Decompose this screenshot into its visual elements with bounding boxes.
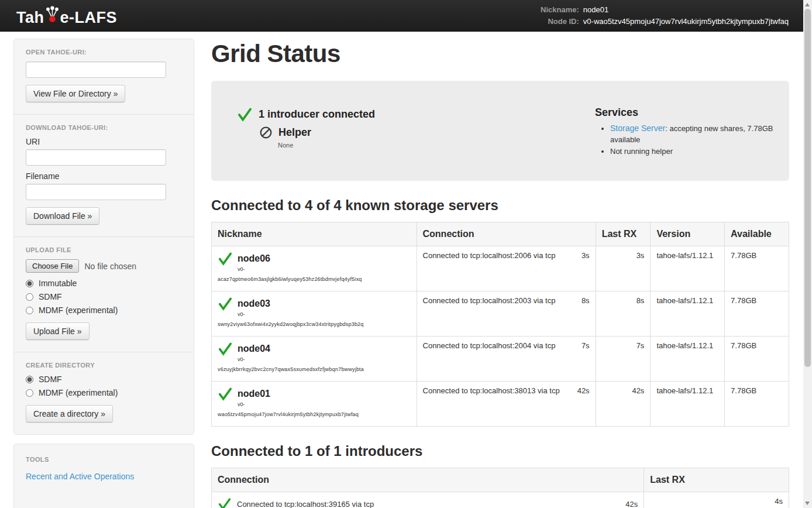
connected-check-icon	[218, 386, 233, 401]
radio-immutable[interactable]	[26, 280, 33, 287]
server-id-prefix: v0-	[238, 311, 411, 317]
page-scrollbar[interactable]	[803, 0, 812, 508]
upload-format-mdmf[interactable]: MDMF (experimental)	[26, 306, 182, 315]
table-row: node01 v0- wao5tzv45pmoju47jow7rvl4ukirj…	[212, 382, 789, 427]
server-connection-age: 7s	[582, 341, 590, 350]
col-header-connection: Connection	[417, 222, 596, 246]
server-nickname: node01	[238, 389, 270, 399]
scrollbar-down-arrow-icon[interactable]	[805, 502, 810, 505]
storage-servers-table: Nickname Connection Last RX Version Avai…	[211, 222, 789, 427]
sidebar: OPEN TAHOE-URI: View File or Directory »…	[13, 39, 194, 508]
tools-panel: TOOLS Recent and Active Operations	[13, 444, 194, 508]
server-connection: Connected to tcp:localhost:2003 via tcp	[423, 296, 556, 305]
server-version: tahoe-lafs/1.12.1	[651, 246, 725, 291]
mkdir-format-mdmf[interactable]: MDMF (experimental)	[26, 388, 182, 397]
server-id: acaz7qptmeo6m3asjlgkb6iwlyuqey53hz26tbdm…	[218, 276, 411, 282]
table-row: Connected to tcp:localhost:39165 via tcp…	[212, 492, 789, 508]
download-uri-input[interactable]	[26, 149, 166, 166]
radio-mkdir-mdmf[interactable]	[26, 389, 33, 397]
introducer-connection-age: 42s	[625, 500, 638, 508]
logo-node-icon	[45, 6, 60, 26]
main-content: Grid Status 1 introducer connected	[211, 39, 789, 508]
node-id-value: v0-wao5tzv45pmoju47jow7rvl4ukirjm5ytbh2k…	[583, 17, 789, 26]
server-connection: Connected to tcp:localhost:38013 via tcp	[423, 386, 560, 395]
create-directory-button[interactable]: Create a directory »	[26, 405, 113, 423]
servers-heading: Connected to 4 of 4 known storage server…	[211, 197, 789, 214]
file-chosen-status: No file chosen	[84, 262, 136, 271]
table-row: node04 v0- v6zuyjkbrrkqy2bvc2cny7qwax5sx…	[212, 337, 789, 382]
download-uri-section: DOWNLOAD TAHOE-URI: URI Filename Downloa…	[14, 115, 194, 237]
scrollbar-up-arrow-icon[interactable]	[805, 3, 810, 6]
introducers-table: Connection Last RX Connected to tcp:loca…	[211, 468, 789, 508]
col-header-nickname: Nickname	[212, 222, 417, 246]
col-header-version: Version	[651, 222, 725, 246]
download-uri-label: DOWNLOAD TAHOE-URI:	[26, 124, 182, 131]
tahoe-lafs-logo[interactable]: Tah e-LAFS	[16, 6, 117, 26]
server-available: 7.78GB	[725, 382, 789, 427]
page-title: Grid Status	[211, 40, 789, 68]
server-last-rx: 7s	[596, 337, 651, 382]
view-file-button[interactable]: View File or Directory »	[26, 85, 125, 102]
download-file-button[interactable]: Download File »	[26, 207, 99, 225]
radio-mkdir-sdmf-label: SDMF	[39, 375, 62, 384]
logo-text-post: e-LAFS	[60, 10, 118, 26]
open-uri-input[interactable]	[26, 61, 166, 78]
server-id-prefix: v0-	[238, 266, 411, 272]
scrollbar-thumb[interactable]	[804, 9, 811, 367]
helper-title: Helper	[278, 126, 311, 139]
helper-status-line: Helper	[259, 126, 595, 139]
services-list: Storage Server: accepting new shares, 7.…	[610, 123, 781, 157]
mkdir-format-sdmf[interactable]: SDMF	[26, 375, 182, 384]
connected-check-icon	[218, 341, 233, 356]
tools-label: TOOLS	[26, 456, 182, 463]
radio-mkdir-mdmf-label: MDMF (experimental)	[39, 388, 118, 397]
server-connection: Connected to tcp:localhost:2006 via tcp	[423, 251, 556, 260]
grid-status-summary: 1 introducer connected Helper None Servi…	[211, 81, 789, 181]
server-available: 7.78GB	[725, 337, 789, 382]
server-id: wao5tzv45pmoju47jow7rvl4ukirjm5ytbh2kjty…	[218, 411, 411, 417]
radio-mkdir-sdmf[interactable]	[26, 376, 33, 383]
connected-check-icon	[218, 497, 232, 508]
server-last-rx: 42s	[596, 382, 651, 427]
nickname-value: node01	[583, 5, 789, 15]
logo-text-pre: Tah	[16, 10, 44, 26]
introducer-last-rx: 4s	[644, 492, 789, 508]
col-header-connection: Connection	[212, 468, 644, 492]
introducer-status-line: 1 introducer connected	[237, 107, 595, 122]
radio-upload-mdmf-label: MDMF (experimental)	[39, 306, 118, 315]
server-id: swny2viyw63ofxwi4x2yykd2woqjbpx3cw34xtri…	[218, 321, 411, 327]
radio-upload-sdmf-label: SDMF	[39, 292, 62, 301]
download-filename-input[interactable]	[26, 184, 166, 200]
upload-format-immutable[interactable]: Immutable	[26, 279, 182, 288]
choose-file-button[interactable]: Choose File	[26, 259, 79, 273]
server-nickname: node06	[238, 253, 270, 264]
upload-file-section: UPLOAD FILE Choose File No file chosen I…	[14, 237, 194, 352]
radio-upload-mdmf[interactable]	[26, 307, 33, 314]
server-nickname: node03	[238, 298, 270, 309]
upload-file-button[interactable]: Upload File »	[26, 322, 90, 340]
server-last-rx: 8s	[596, 291, 651, 337]
server-id-prefix: v0-	[238, 356, 411, 362]
create-directory-section: CREATE DIRECTORY SDMF MDMF (experimental…	[14, 352, 194, 434]
upload-format-sdmf[interactable]: SDMF	[26, 292, 182, 301]
server-version: tahoe-lafs/1.12.1	[651, 337, 725, 382]
open-uri-section: OPEN TAHOE-URI: View File or Directory »	[14, 39, 194, 115]
node-id-label: Node ID:	[541, 17, 579, 26]
introducer-connection: Connected to tcp:localhost:39165 via tcp	[237, 500, 374, 508]
server-connection-age: 8s	[582, 296, 590, 305]
filename-field-label: Filename	[26, 171, 182, 181]
helper-none-icon	[259, 126, 273, 139]
introducer-summary-text: 1 introducer connected	[259, 108, 375, 121]
node-info: Nickname: node01 Node ID: v0-wao5tzv45pm…	[541, 5, 789, 26]
recent-operations-link[interactable]: Recent and Active Operations	[26, 472, 134, 481]
col-header-last-rx: Last RX	[596, 222, 651, 246]
storage-server-link[interactable]: Storage Server	[610, 123, 665, 133]
col-header-available: Available	[725, 222, 789, 246]
server-connection-age: 42s	[577, 386, 590, 395]
connected-check-icon	[218, 251, 233, 266]
radio-upload-sdmf[interactable]	[26, 293, 33, 301]
create-directory-label: CREATE DIRECTORY	[26, 362, 182, 369]
table-row: node03 v0- swny2viyw63ofxwi4x2yykd2woqjb…	[212, 291, 789, 337]
server-available: 7.78GB	[725, 246, 789, 291]
server-last-rx: 3s	[596, 246, 651, 291]
